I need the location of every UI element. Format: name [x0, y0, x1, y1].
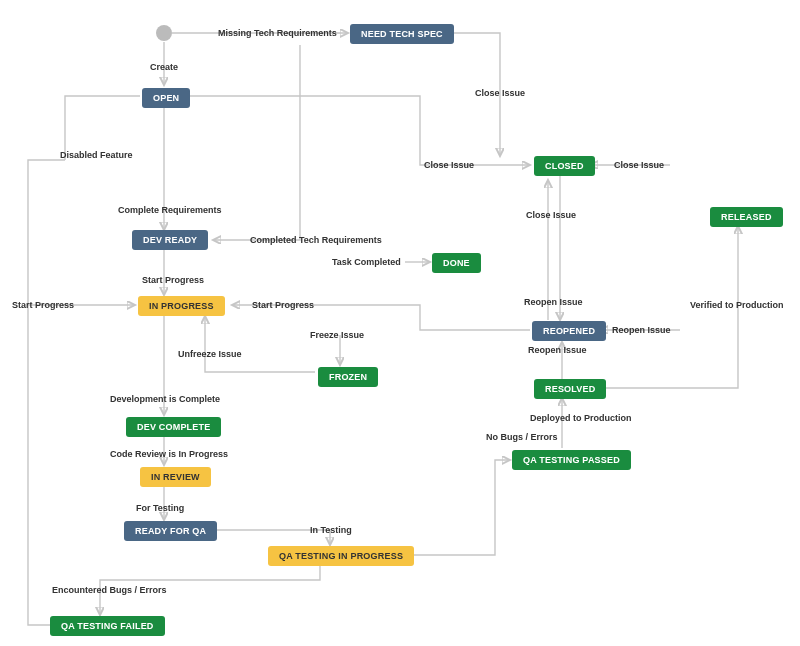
- edge-code-review: Code Review is In Progress: [110, 449, 228, 459]
- edge-close-issue-2: Close Issue: [424, 160, 474, 170]
- edge-dev-is-complete: Development is Complete: [110, 394, 220, 404]
- node-resolved: RESOLVED: [534, 379, 606, 399]
- node-need-tech-spec: NEED TECH SPEC: [350, 24, 454, 44]
- node-closed: CLOSED: [534, 156, 595, 176]
- edge-complete-req: Complete Requirements: [118, 205, 222, 215]
- node-dev-ready: DEV READY: [132, 230, 208, 250]
- node-frozen: FROZEN: [318, 367, 378, 387]
- edge-close-issue-4: Close Issue: [526, 210, 576, 220]
- edge-reopen-issue-2: Reopen Issue: [612, 325, 671, 335]
- node-in-review: IN REVIEW: [140, 467, 211, 487]
- node-open: OPEN: [142, 88, 190, 108]
- edge-deployed-prod: Deployed to Production: [530, 413, 632, 423]
- edge-verified-prod: Verified to Production: [690, 300, 784, 310]
- node-qa-testing-passed: QA TESTING PASSED: [512, 450, 631, 470]
- node-qa-in-progress: QA TESTING IN PROGRESS: [268, 546, 414, 566]
- edge-encountered-bugs: Encountered Bugs / Errors: [52, 585, 167, 595]
- edge-start-progress-3: Start Progress: [12, 300, 74, 310]
- node-qa-testing-failed: QA TESTING FAILED: [50, 616, 165, 636]
- edge-task-completed: Task Completed: [332, 257, 401, 267]
- node-reopened: REOPENED: [532, 321, 606, 341]
- edge-for-testing: For Testing: [136, 503, 184, 513]
- edge-in-testing: In Testing: [310, 525, 352, 535]
- node-in-progress: IN PROGRESS: [138, 296, 225, 316]
- start-node: [156, 25, 172, 41]
- edge-reopen-issue-3: Reopen Issue: [528, 345, 587, 355]
- node-released: RELEASED: [710, 207, 783, 227]
- edge-unfreeze-issue: Unfreeze Issue: [178, 349, 242, 359]
- edge-freeze-issue: Freeze Issue: [310, 330, 364, 340]
- edge-completed-tech: Completed Tech Requirements: [250, 235, 382, 245]
- edge-no-bugs: No Bugs / Errors: [486, 432, 558, 442]
- edge-close-issue-3: Close Issue: [614, 160, 664, 170]
- node-dev-complete: DEV COMPLETE: [126, 417, 221, 437]
- workflow-diagram: OPEN NEED TECH SPEC DEV READY CLOSED REL…: [0, 0, 800, 646]
- edge-reopen-issue-1: Reopen Issue: [524, 297, 583, 307]
- edge-create: Create: [150, 62, 178, 72]
- edge-start-progress-2: Start Progress: [252, 300, 314, 310]
- edge-missing-tech-req: Missing Tech Requirements: [218, 28, 337, 38]
- node-done: DONE: [432, 253, 481, 273]
- node-ready-for-qa: READY FOR QA: [124, 521, 217, 541]
- edge-start-progress-1: Start Progress: [142, 275, 204, 285]
- edge-disabled-feature: Disabled Feature: [60, 150, 133, 160]
- edge-close-issue-1: Close Issue: [475, 88, 525, 98]
